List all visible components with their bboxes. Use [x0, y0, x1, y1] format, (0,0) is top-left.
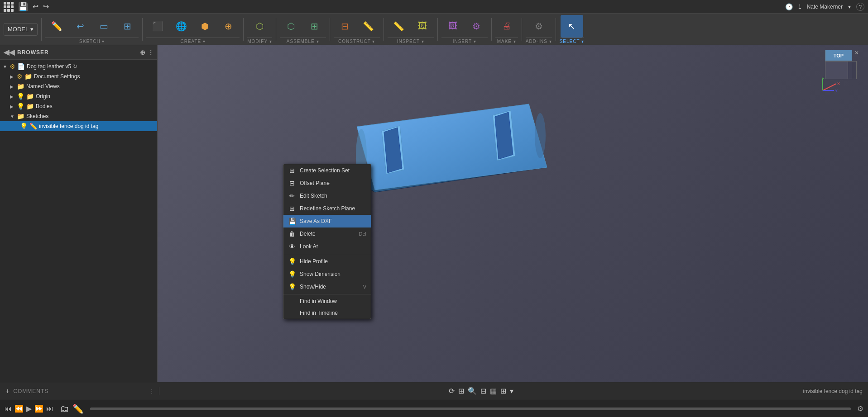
sketch-label[interactable]: SKETCH ▾ — [45, 38, 139, 44]
tree-icon-sketch1-bulb: 💡 — [20, 123, 28, 130]
tree-item-named-views[interactable]: ▶ 📁 Named Views — [0, 81, 157, 91]
timeline-to-end-btn[interactable]: ⏭ — [46, 405, 53, 413]
pan-icon[interactable]: ⊞ — [458, 387, 464, 395]
tree-item-root[interactable]: ▼ ⚙ 📄 Dog tag leather v5 ↻ — [0, 62, 157, 71]
make-icon-1: 🖨 — [502, 21, 511, 31]
refresh-icon[interactable]: ↻ — [73, 63, 77, 70]
zoom-icon[interactable]: 🔍 — [468, 387, 477, 395]
ctx-icon-create-selection-set: ⊞ — [288, 167, 296, 174]
cube-close-btn[interactable]: ✕ — [854, 50, 859, 56]
undo-icon[interactable]: ↩ — [33, 2, 38, 11]
create-btn-4[interactable]: ⊕ — [217, 15, 240, 38]
toolbar-separator-6 — [384, 18, 384, 41]
ctx-label-delete: Delete — [300, 231, 316, 237]
sketch-btn-1[interactable]: ✏️ — [45, 15, 68, 38]
tree-item-sketches[interactable]: ▼ 📁 Sketches — [0, 111, 157, 121]
create-btn-3[interactable]: ⬢ — [193, 15, 216, 38]
grid-icon[interactable]: ⊞ — [500, 387, 506, 395]
object-display-icon[interactable]: ▦ — [490, 387, 497, 395]
help-icon[interactable]: ? — [856, 3, 864, 11]
ctx-find-in-timeline[interactable]: Find in Timeline — [283, 307, 371, 319]
cube-navigator[interactable]: ✕ TOP X Z Y — [818, 50, 859, 90]
ctx-show-hide[interactable]: 💡 Show/Hide V — [283, 280, 371, 293]
tree-item-sketch1[interactable]: 💡 ✏️ invisible fence dog id tag — [0, 121, 157, 131]
inspect-btn-2[interactable]: 🖼 — [411, 15, 434, 38]
sketch-btn-2[interactable]: ↩ — [69, 15, 91, 38]
tree-item-doc-settings[interactable]: ▶ ⚙ 📁 Document Settings — [0, 71, 157, 81]
tree-arrow-named-views[interactable]: ▶ — [10, 84, 15, 89]
save-icon[interactable]: 💾 — [18, 2, 28, 12]
addins-btn-1[interactable]: ⚙ — [528, 15, 550, 38]
tree-arrow-doc[interactable]: ▶ — [10, 74, 15, 79]
modify-label[interactable]: MODIFY ▾ — [247, 38, 272, 44]
inspect-label[interactable]: INSPECT ▾ — [388, 38, 434, 44]
ctx-show-dimension[interactable]: 💡 Show Dimension — [283, 268, 371, 280]
ctx-create-selection-set[interactable]: ⊞ Create Selection Set — [283, 164, 371, 177]
toolbar-separator-2 — [142, 18, 143, 41]
user-dropdown-icon[interactable]: ▾ — [848, 4, 851, 10]
construct-buttons: ⊟ 📏 — [334, 15, 380, 38]
display-mode-icon[interactable]: ⊟ — [480, 387, 486, 395]
addins-label[interactable]: ADD-INS ▾ — [526, 38, 552, 44]
tree-arrow-sketches[interactable]: ▼ — [10, 114, 15, 119]
user-name[interactable]: Nate Makerner — [807, 4, 843, 10]
timeline-step-back-btn[interactable]: ⏪ — [14, 404, 24, 413]
cube-face-top[interactable]: TOP — [825, 50, 852, 61]
tree-item-bodies[interactable]: ▶ 💡 📁 Bodies — [0, 101, 157, 111]
timeline-play-btn[interactable]: ▶ — [26, 404, 32, 413]
view-settings-icon[interactable]: ▾ — [510, 387, 513, 395]
cube-face-right[interactable] — [848, 61, 857, 79]
sketch-icon-1: ✏️ — [51, 21, 62, 32]
redo-icon[interactable]: ↪ — [43, 2, 49, 11]
orbit-icon[interactable]: ⟳ — [449, 387, 455, 395]
timeline-track[interactable] — [90, 408, 851, 410]
make-label[interactable]: MAKE ▾ — [495, 38, 518, 44]
timeline-settings-btn[interactable]: ⚙ — [857, 404, 863, 413]
ctx-find-in-window[interactable]: Find in Window — [283, 294, 371, 307]
tree-icon-root: ⚙ — [10, 63, 15, 70]
ctx-offset-plane[interactable]: ⊟ Offset Plane — [283, 177, 371, 190]
timeline-step-forward-btn[interactable]: ⏩ — [34, 404, 43, 413]
insert-btn-2[interactable]: ⚙ — [465, 15, 488, 38]
tree-arrow-bodies[interactable]: ▶ — [10, 104, 15, 109]
modify-btn-1[interactable]: ⬡ — [248, 15, 271, 38]
assemble-label[interactable]: ASSEMBLE ▾ — [280, 38, 326, 44]
viewport[interactable]: ⊞ Create Selection Set ⊟ Offset Plane ✏ … — [158, 45, 868, 382]
toolbar-separator-3 — [243, 18, 244, 41]
model-dropdown[interactable]: MODEL ▾ — [4, 23, 38, 36]
timeline-icon-1[interactable]: 🗂 — [60, 403, 69, 414]
assemble-btn-1[interactable]: ⬡ — [280, 15, 302, 38]
apps-icon[interactable] — [4, 2, 14, 12]
construct-btn-1[interactable]: ⊟ — [334, 15, 356, 38]
comments-plus-icon[interactable]: + — [5, 387, 10, 395]
collapse-icon[interactable]: ◀◀ — [4, 48, 14, 57]
select-btn[interactable]: ↖ — [561, 15, 583, 38]
ctx-hide-profile[interactable]: 💡 Hide Profile — [283, 254, 371, 268]
sketch-btn-4[interactable]: ⊞ — [116, 15, 139, 38]
insert-icon-2: ⚙ — [472, 21, 480, 32]
ctx-redefine-sketch-plane[interactable]: ⊞ Redefine Sketch Plane — [283, 202, 371, 215]
construct-btn-2[interactable]: 📏 — [357, 15, 380, 38]
tree-item-origin[interactable]: ▶ 💡 📁 Origin — [0, 91, 157, 101]
timeline-to-start-btn[interactable]: ⏮ — [5, 405, 12, 413]
create-btn-1[interactable]: ⬛ — [146, 15, 169, 38]
browser-options-icon[interactable]: ⊕ — [140, 49, 145, 56]
construct-label[interactable]: CONSTRUCT ▾ — [334, 38, 380, 44]
tree-arrow-origin[interactable]: ▶ — [10, 94, 15, 99]
ctx-save-as-dxf[interactable]: 💾 Save As DXF — [283, 215, 371, 227]
tree-arrow-root[interactable]: ▼ — [3, 64, 8, 69]
insert-label[interactable]: INSERT ▾ — [441, 38, 488, 44]
ctx-edit-sketch[interactable]: ✏ Edit Sketch — [283, 190, 371, 202]
create-label[interactable]: CREATE ▾ — [146, 38, 240, 44]
timeline-icon-2[interactable]: ✏️ — [72, 403, 84, 414]
ctx-delete[interactable]: 🗑 Delete Del — [283, 227, 371, 240]
insert-btn-1[interactable]: 🖼 — [441, 15, 464, 38]
sketch-btn-3[interactable]: ▭ — [92, 15, 115, 38]
assemble-btn-2[interactable]: ⊞ — [303, 15, 326, 38]
ctx-look-at[interactable]: 👁 Look At — [283, 240, 371, 253]
inspect-btn-1[interactable]: 📏 — [388, 15, 410, 38]
make-btn-1[interactable]: 🖨 — [495, 15, 518, 38]
ctx-icon-hide-profile: 💡 — [288, 258, 296, 265]
select-label[interactable]: SELECT ▾ — [560, 38, 585, 44]
create-btn-2[interactable]: 🌐 — [170, 15, 192, 38]
